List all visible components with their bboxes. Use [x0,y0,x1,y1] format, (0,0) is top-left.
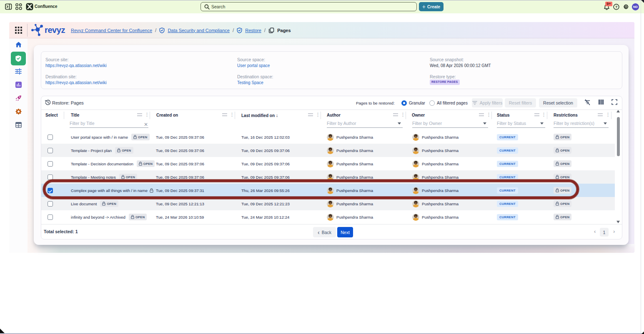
svg-text:revyz: revyz [45,25,65,35]
svg-text:?: ? [615,5,617,9]
